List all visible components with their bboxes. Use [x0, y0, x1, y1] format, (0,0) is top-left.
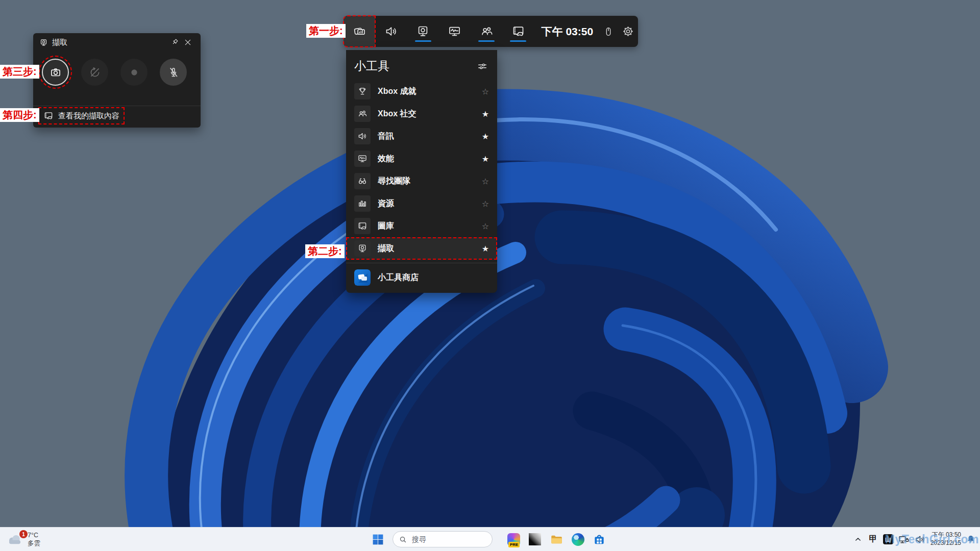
favorite-star-icon[interactable]: ☆ — [482, 199, 489, 209]
menu-item-gallery[interactable]: 圖庫 ☆ — [346, 215, 497, 237]
gamebar-widgets-button[interactable] — [344, 16, 375, 47]
edge-icon — [572, 533, 584, 546]
gamebar-toolbar: 下午 03:50 — [344, 16, 638, 47]
annotation-step-3: 第三步: — [0, 65, 39, 79]
search-input[interactable] — [411, 535, 479, 544]
ime-mode-icon[interactable]: 甲 — [868, 534, 878, 545]
favorite-star-icon[interactable]: ★ — [482, 154, 489, 164]
gallery-icon — [357, 221, 368, 231]
tray-clock[interactable]: 下午 03:50 2023/12/15 — [930, 531, 961, 547]
gamebar-capture-button[interactable] — [407, 16, 439, 47]
menu-item-looking-for-group[interactable]: 尋找團隊 ☆ — [346, 170, 497, 192]
menu-item-capture[interactable]: 擷取 ★ — [346, 237, 497, 260]
dark-app-icon — [529, 533, 541, 545]
favorite-star-icon[interactable]: ★ — [482, 244, 489, 254]
record-last-30s-button[interactable] — [81, 59, 108, 86]
people-icon — [480, 24, 494, 38]
notification-button[interactable] — [966, 534, 976, 544]
folder-icon — [550, 533, 563, 546]
copilot-button[interactable]: PRE — [507, 533, 520, 546]
menu-item-performance[interactable]: 效能 ★ — [346, 147, 497, 170]
favorite-star-icon[interactable]: ☆ — [482, 221, 489, 231]
menu-item-xbox-social[interactable]: Xbox 社交 ★ — [346, 103, 497, 125]
trophy-icon — [357, 86, 368, 96]
chevron-up-icon — [853, 534, 863, 544]
weather-temperature: 7°C — [28, 531, 40, 539]
favorite-star-icon[interactable]: ★ — [482, 109, 489, 119]
widgets-icon — [353, 24, 366, 38]
view-captures-label: 查看我的擷取內容 — [58, 111, 119, 121]
menu-item-audio[interactable]: 音訊 ★ — [346, 125, 497, 147]
menu-item-resources[interactable]: 資源 ☆ — [346, 192, 497, 215]
start-recording-button[interactable] — [120, 59, 148, 86]
record-dot-icon — [128, 66, 141, 79]
widgets-menu-title: 小工具 — [354, 58, 477, 74]
view-captures-button[interactable]: 查看我的擷取內容 — [39, 108, 124, 123]
pin-icon — [170, 38, 179, 47]
binoculars-icon — [357, 176, 368, 186]
mic-muted-icon — [167, 66, 180, 79]
annotation-step-1: 第一步: — [306, 24, 346, 38]
dark-app-button[interactable] — [528, 533, 542, 546]
copilot-pre-badge: PRE — [508, 542, 520, 547]
taskbar-search[interactable] — [393, 531, 493, 547]
menu-divider — [346, 263, 497, 263]
pin-button[interactable] — [168, 36, 181, 49]
speaker-icon — [914, 534, 926, 545]
mouse-passthrough-button[interactable] — [598, 16, 618, 47]
speaker-icon — [357, 131, 368, 141]
widgets-menu: 小工具 Xbox 成就 ☆ Xbox 社交 ★ — [346, 50, 497, 293]
mouse-icon — [603, 26, 614, 37]
performance-icon — [448, 24, 461, 38]
record-last-icon — [88, 66, 102, 79]
annotation-step-2: 第二步: — [305, 244, 345, 258]
taskbar-center: PRE — [371, 528, 606, 551]
capture-icon — [416, 24, 430, 38]
favorite-star-icon[interactable]: ★ — [482, 132, 489, 141]
network-icon — [898, 534, 910, 545]
people-icon — [357, 109, 368, 119]
network-button[interactable] — [898, 534, 910, 545]
favorite-star-icon[interactable]: ☆ — [482, 177, 489, 186]
weather-widget[interactable]: 1 7°C 多雲 — [6, 528, 40, 551]
filter-sliders-icon[interactable] — [477, 61, 488, 72]
gamebar-settings-button[interactable] — [618, 16, 638, 47]
search-icon — [399, 536, 407, 543]
close-icon — [184, 38, 192, 46]
store-icon — [593, 533, 606, 546]
menu-item-widget-store[interactable]: 小工具商店 — [346, 265, 497, 290]
capture-divider — [33, 106, 201, 106]
taskbar: 1 7°C 多雲 — [0, 527, 980, 551]
gallery-icon — [43, 111, 54, 121]
mic-toggle-button[interactable] — [160, 59, 187, 86]
store-button[interactable] — [593, 533, 606, 546]
gamebar-social-button[interactable] — [471, 16, 502, 47]
capture-icon — [39, 38, 48, 47]
tray-date: 2023/12/15 — [930, 539, 961, 547]
edge-button[interactable] — [571, 533, 584, 546]
tray-chevron-button[interactable] — [853, 534, 863, 544]
gamebar-performance-button[interactable] — [439, 16, 471, 47]
performance-icon — [357, 154, 368, 164]
capture-titlebar: 擷取 — [33, 33, 201, 52]
annotation-step-4: 第四步: — [0, 108, 39, 122]
take-screenshot-button[interactable] — [42, 59, 69, 86]
weather-badge: 1 — [19, 530, 28, 538]
system-tray: 甲 山 下午 03:50 2023/12/15 — [853, 528, 976, 551]
gamebar-gallery-button[interactable] — [502, 16, 534, 47]
capture-icon — [357, 243, 368, 254]
menu-item-xbox-achievements[interactable]: Xbox 成就 ☆ — [346, 80, 497, 103]
camera-icon — [49, 66, 62, 79]
volume-button[interactable] — [914, 534, 926, 545]
widget-store-icon — [354, 269, 371, 286]
start-button[interactable] — [371, 533, 384, 546]
ime-language-icon[interactable]: 山 — [883, 534, 893, 544]
tray-time: 下午 03:50 — [930, 531, 961, 539]
speaker-icon — [384, 24, 398, 38]
widgets-menu-header: 小工具 — [346, 50, 497, 80]
close-button[interactable] — [181, 36, 194, 49]
file-explorer-button[interactable] — [550, 533, 563, 546]
favorite-star-icon[interactable]: ☆ — [482, 87, 489, 96]
weather-condition: 多雲 — [28, 539, 40, 547]
gamebar-audio-button[interactable] — [375, 16, 407, 47]
